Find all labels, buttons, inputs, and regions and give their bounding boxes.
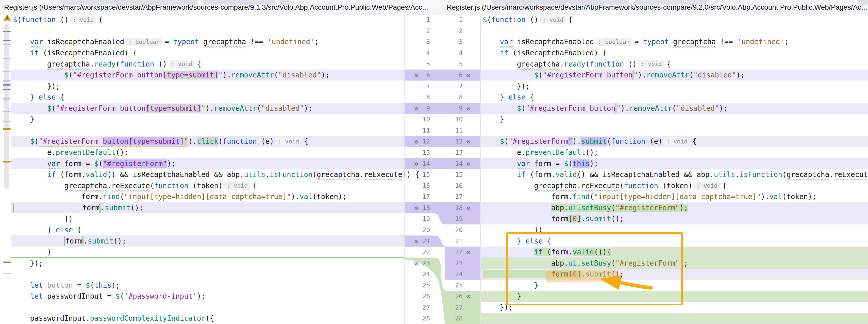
code-line-8[interactable]: } else { (11, 92, 404, 103)
code-line-9[interactable]: $("#registerForm button").removeAttr("di… (481, 103, 868, 114)
code-token (199, 37, 203, 46)
code-line-5[interactable]: grecaptcha.ready(function (): void{ (481, 58, 868, 69)
stripe-mark[interactable] (3, 161, 11, 163)
stripe-mark[interactable] (3, 262, 11, 263)
code-token: let (30, 281, 43, 290)
code-line-16[interactable]: grecaptcha.reExecute(function (token): v… (11, 180, 404, 191)
left-code-pane[interactable]: $(function (): void{ var isRecaptchaEnab… (11, 14, 404, 324)
code-token: . (577, 181, 581, 190)
stripe-mark[interactable] (3, 44, 11, 45)
apply-change-right-icon[interactable]: « (463, 71, 480, 79)
code-line-15[interactable]: if (form.valid() && isRecaptchaEnabled &… (11, 169, 404, 180)
apply-change-right-icon[interactable]: « (463, 159, 480, 168)
stripe-mark[interactable] (3, 98, 11, 99)
stripe-mark[interactable] (3, 273, 11, 274)
apply-change-right-icon[interactable]: « (463, 204, 480, 212)
code-line-6[interactable]: $("#registerForm button").removeAttr("di… (481, 69, 868, 81)
code-line-4[interactable]: if (isRecaptchaEnabled) { (11, 48, 404, 59)
code-line-28[interactable]: passwordInput.passwordComplexityIndicato… (11, 313, 404, 324)
code-line-3[interactable]: var isRecaptchaEnabled: boolean= typeof … (11, 36, 404, 48)
code-line-13[interactable]: e.preventDefault(); (11, 147, 404, 158)
code-line-14[interactable]: var form = $("#registerForm"); (11, 158, 404, 169)
code-line-1[interactable]: $(function (): void{ (481, 14, 868, 25)
code-line-3[interactable]: var isRecaptchaEnabled: boolean= typeof … (481, 36, 868, 48)
stripe-mark[interactable] (3, 121, 11, 122)
right-code-pane[interactable]: $(function (): void{ var isRecaptchaEnab… (481, 14, 868, 324)
code-token: form = (530, 159, 564, 168)
stripe-mark[interactable] (3, 84, 11, 86)
code-line-19[interactable]: }) (11, 213, 404, 225)
code-token: $ (13, 16, 17, 24)
code-line-28[interactable] (481, 313, 868, 324)
code-line-2[interactable] (11, 25, 404, 36)
stripe-mark[interactable] (3, 31, 11, 32)
code-line-16[interactable]: grecaptcha.reExecute(function (token): v… (481, 180, 868, 191)
code-line-7[interactable]: }); (481, 81, 868, 92)
apply-change-left-icon[interactable]: » (404, 204, 419, 212)
stripe-mark[interactable] (3, 39, 11, 41)
stripe-mark[interactable] (3, 111, 11, 112)
code-line-6[interactable]: $("#registerForm button[type=submit]").r… (11, 69, 404, 81)
code-line-18[interactable]: abp.ui.setBusy("#registerForm"); (481, 202, 868, 213)
apply-change-right-icon[interactable]: « (463, 104, 480, 113)
code-line-24[interactable] (11, 269, 404, 280)
code-line-15[interactable]: if (form.valid() && isRecaptchaEnabled &… (481, 169, 868, 180)
apply-change-left-icon[interactable]: » (404, 259, 419, 267)
right-line-number: 11 (430, 127, 463, 134)
code-line-5[interactable]: grecaptcha.ready(function (): void{ (11, 58, 404, 69)
apply-change-right-icon[interactable]: « (463, 248, 480, 256)
stripe-mark[interactable] (3, 80, 11, 82)
code-line-10[interactable]: } (11, 114, 404, 125)
code-line-25[interactable]: let button = $(this); (11, 280, 404, 291)
code-line-18[interactable]: form.submit(); (11, 202, 404, 213)
code-line-11[interactable] (11, 125, 404, 136)
stripe-mark[interactable] (3, 89, 11, 90)
warning-triangle-icon[interactable] (3, 14, 11, 21)
apply-change-right-icon[interactable]: « (463, 292, 480, 300)
code-line-12[interactable]: $("#registerForm button[type=submit]").c… (11, 136, 404, 147)
code-token: valid (556, 170, 577, 179)
code-token: let (30, 292, 43, 300)
apply-change-left-icon[interactable]: » (404, 104, 419, 113)
apply-change-right-icon[interactable]: « (463, 137, 480, 146)
code-line-10[interactable]: } (481, 114, 868, 125)
code-line-13[interactable]: e.preventDefault(); (481, 147, 868, 158)
apply-change-left-icon[interactable]: » (404, 237, 419, 245)
code-token: $ (47, 104, 52, 113)
code-token: setBusy (581, 204, 611, 212)
code-line-20[interactable]: } else { (11, 225, 404, 236)
code-token: submit (105, 204, 130, 212)
left-scrollbar-thumb[interactable] (4, 23, 9, 189)
code-token: } (483, 115, 504, 123)
code-line-19[interactable]: form[0].submit(); (481, 213, 868, 225)
code-line-22[interactable]: } (11, 246, 404, 258)
apply-change-left-icon[interactable]: » (404, 71, 419, 79)
stripe-mark[interactable] (3, 58, 11, 59)
gutter-row-28: 2828 (404, 313, 480, 324)
code-line-7[interactable]: }); (11, 81, 404, 92)
apply-change-left-icon[interactable]: » (404, 159, 419, 168)
code-line-23[interactable]: }); (11, 258, 404, 269)
code-line-17[interactable]: form.find("input[type=hidden][data-captc… (481, 191, 868, 202)
code-line-4[interactable]: if (isRecaptchaEnabled) { (481, 48, 868, 59)
code-line-9[interactable]: $("#registerForm button[type=submit]").r… (11, 103, 404, 114)
code-token: { (252, 181, 257, 190)
code-line-27[interactable] (11, 302, 404, 313)
stripe-mark[interactable] (3, 128, 11, 130)
code-token: $ (534, 71, 538, 79)
code-line-26[interactable]: let passwordInput = $('#password-input')… (11, 291, 404, 302)
code-token: form (14, 204, 99, 212)
code-line-12[interactable]: $("#registerForm").submit(function (e): … (481, 136, 868, 147)
code-token: ( (538, 71, 542, 79)
code-line-11[interactable] (481, 125, 868, 136)
apply-change-left-icon[interactable]: » (404, 137, 419, 146)
code-line-8[interactable]: } else { (481, 92, 868, 103)
code-token: reExecute (364, 170, 402, 179)
code-line-2[interactable] (481, 25, 868, 36)
stripe-mark[interactable] (3, 71, 11, 72)
code-line-21[interactable]: form.submit(); (11, 235, 404, 246)
code-token (13, 281, 30, 290)
code-line-17[interactable]: form.find("input[type=hidden][data-captc… (11, 191, 404, 202)
code-line-14[interactable]: var form = $(this); (481, 158, 868, 169)
code-line-1[interactable]: $(function (): void{ (11, 14, 404, 25)
